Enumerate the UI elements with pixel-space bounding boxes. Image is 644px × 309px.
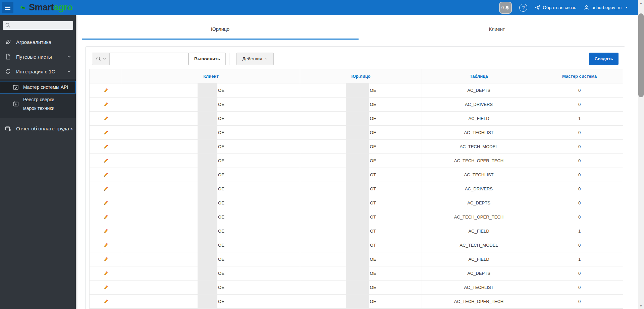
client-name-suffix: ОЕ xyxy=(218,229,224,234)
edit-pencil-icon[interactable] xyxy=(103,228,109,234)
column-header-table[interactable]: Таблица xyxy=(422,69,536,83)
client-name-suffix: ОЕ xyxy=(218,158,224,163)
help-button[interactable]: ? xyxy=(519,4,527,12)
sidebar-item-waybills[interactable]: Путевые листы xyxy=(0,49,76,64)
master-system-cell: 1 xyxy=(536,252,623,266)
redacted-entity-name xyxy=(346,210,369,224)
sidebar-item-agroanalytics[interactable]: Агроаналитика xyxy=(0,35,76,49)
entity-name-suffix: ОЕ xyxy=(370,116,376,121)
edit-pencil-icon[interactable] xyxy=(103,129,109,136)
edit-pencil-icon[interactable] xyxy=(103,242,109,248)
main-content: Юрлицо Клиент Выполнить Действия xyxy=(76,15,638,309)
edit-pencil-icon[interactable] xyxy=(103,284,109,291)
edit-pencil-icon[interactable] xyxy=(103,115,109,122)
edit-pencil-icon[interactable] xyxy=(103,143,109,150)
client-name-suffix: ОЕ xyxy=(218,285,224,290)
redacted-client-name xyxy=(198,224,217,238)
edit-pencil-icon[interactable] xyxy=(103,87,109,94)
calendar-upload-icon xyxy=(12,101,19,107)
entity-name-suffix: ОТ xyxy=(370,229,376,234)
tab-label: Клиент xyxy=(489,26,505,32)
entity-name-suffix: ОЕ xyxy=(370,158,376,163)
edit-pencil-icon[interactable] xyxy=(103,256,109,262)
sidebar-search[interactable] xyxy=(3,21,73,30)
table-row: ОЕ ОЕ AC_TECHLIST 0 xyxy=(90,281,623,295)
master-system-cell: 0 xyxy=(536,140,623,154)
redacted-entity-name xyxy=(346,281,369,294)
table-name-cell: AC_DRIVERS xyxy=(422,98,536,112)
create-button[interactable]: Создать xyxy=(589,53,619,65)
scroll-down-arrow[interactable]: ▼ xyxy=(638,303,644,309)
table-row: ОЕ ОЕ AC_DEPTS 0 xyxy=(90,266,623,281)
edit-pencil-icon[interactable] xyxy=(103,214,109,220)
edit-pencil-icon[interactable] xyxy=(103,270,109,276)
table-row: ОЕ ОЕ AC_DRIVERS 0 xyxy=(90,98,623,112)
table-row: ОЕ ОТ AC_TECHLIST 0 xyxy=(90,168,623,182)
report-panel: Выполнить Действия Создать Клиент Юр.лиц… xyxy=(85,46,625,309)
table-name-cell: AC_DRIVERS xyxy=(422,182,536,196)
redacted-entity-name xyxy=(346,112,369,125)
leaf-icon xyxy=(5,39,11,45)
table-header-row: Клиент Юр.лицо Таблица Мастер система xyxy=(90,69,623,83)
scroll-up-arrow[interactable]: ▲ xyxy=(638,0,644,6)
sidebar-item-1c-integration[interactable]: Интеграция с 1С xyxy=(0,64,76,79)
redacted-client-name xyxy=(198,83,217,97)
client-name-suffix: ОЕ xyxy=(218,144,224,149)
edit-pencil-icon[interactable] xyxy=(103,200,109,206)
master-system-cell: 0 xyxy=(536,266,623,281)
master-system-cell: 0 xyxy=(536,196,623,210)
notification-count: 0 xyxy=(501,5,504,10)
edit-pencil-icon[interactable] xyxy=(103,101,109,108)
table-row: ОЕ ОЕ AC_FIELD 1 xyxy=(90,252,623,266)
redacted-entity-name xyxy=(346,98,369,111)
user-menu[interactable]: ashurbegov_m ▼ xyxy=(584,5,628,10)
entity-name-suffix: ОЕ xyxy=(370,102,376,107)
redacted-client-name xyxy=(198,154,217,168)
redacted-entity-name xyxy=(346,83,369,97)
column-header-client[interactable]: Клиент xyxy=(122,69,300,83)
edit-pencil-icon[interactable] xyxy=(103,186,109,192)
sidebar-item-label: Отчет об оплате труда ме xyxy=(16,126,72,131)
sidebar-item-master-systems-api[interactable]: Мастер системы API xyxy=(0,81,76,94)
hamburger-menu-button[interactable] xyxy=(2,2,13,13)
tab-legal-entity[interactable]: Юрлицо xyxy=(82,20,359,40)
table-row: ОЕ ОЕ AC_TECH_OPER_TECH 0 xyxy=(90,295,623,309)
sidebar-item-mark-reconciliation-registry[interactable]: Реестр сверки марок техники xyxy=(0,94,67,115)
client-name-suffix: ОЕ xyxy=(218,88,224,93)
redacted-entity-name xyxy=(346,182,369,196)
sidebar-search-input[interactable] xyxy=(13,23,71,28)
redacted-client-name xyxy=(198,98,217,111)
column-header-legal-entity[interactable]: Юр.лицо xyxy=(300,69,422,83)
search-options-button[interactable] xyxy=(92,53,109,65)
table-name-cell: AC_TECH_OPER_TECH xyxy=(422,295,536,309)
edit-pencil-icon[interactable] xyxy=(103,172,109,178)
table-name-cell: AC_FIELD xyxy=(422,252,536,266)
redacted-entity-name xyxy=(346,140,369,153)
report-search-input[interactable] xyxy=(109,53,189,65)
smartagro-logo-icon xyxy=(19,4,26,11)
actions-button[interactable]: Действия xyxy=(236,53,274,65)
client-name-suffix: ОЕ xyxy=(218,200,224,205)
feedback-link[interactable]: Обратная связь xyxy=(535,5,576,10)
chevron-down-icon xyxy=(103,57,106,61)
vertical-scrollbar[interactable]: ▲ ▼ xyxy=(638,0,644,309)
notifications-button[interactable]: 0 xyxy=(499,2,512,14)
execute-button[interactable]: Выполнить xyxy=(189,53,226,65)
scrollbar-thumb[interactable] xyxy=(638,13,644,97)
redacted-entity-name xyxy=(346,238,369,252)
chevron-down-icon xyxy=(66,68,72,75)
tab-client[interactable]: Клиент xyxy=(359,20,635,40)
edit-pencil-icon[interactable] xyxy=(103,298,109,305)
sidebar-item-label: Реестр сверки марок техники xyxy=(23,95,64,113)
edit-pencil-icon[interactable] xyxy=(103,158,109,164)
table-name-cell: AC_TECHLIST xyxy=(422,126,536,140)
chevron-down-icon xyxy=(66,53,72,60)
client-name-suffix: ОЕ xyxy=(218,271,224,276)
column-header-master-system[interactable]: Мастер система xyxy=(536,69,623,83)
entity-name-suffix: ОТ xyxy=(370,243,376,248)
sidebar-item-labor-payment-report[interactable]: Отчет об оплате труда ме xyxy=(0,121,76,136)
master-system-cell: 0 xyxy=(536,126,623,140)
chevron-down-icon xyxy=(264,57,268,61)
redacted-entity-name xyxy=(346,196,369,210)
table-name-cell: AC_TECH_OPER_TECH xyxy=(422,210,536,224)
